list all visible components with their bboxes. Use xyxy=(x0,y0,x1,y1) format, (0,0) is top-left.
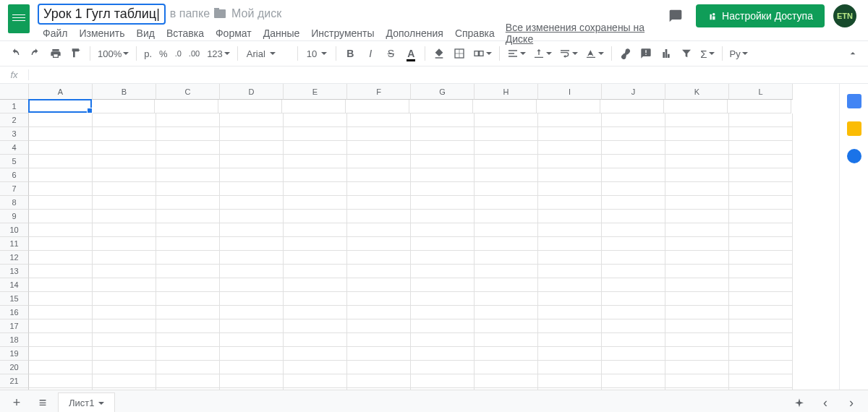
column-header[interactable]: A xyxy=(29,84,93,100)
cell[interactable] xyxy=(475,223,538,237)
cell[interactable] xyxy=(220,388,284,390)
cell[interactable] xyxy=(475,141,538,155)
cell[interactable] xyxy=(347,388,411,390)
cell[interactable] xyxy=(602,319,665,333)
row-header[interactable]: 18 xyxy=(0,333,29,347)
row-header[interactable]: 9 xyxy=(0,210,29,223)
cell[interactable] xyxy=(729,210,793,223)
cell[interactable] xyxy=(91,100,155,113)
column-header[interactable]: G xyxy=(411,84,475,100)
cell[interactable] xyxy=(602,361,665,374)
formula-input[interactable] xyxy=(29,69,868,80)
cell[interactable] xyxy=(729,196,793,210)
cell[interactable] xyxy=(29,237,93,251)
tasks-icon[interactable] xyxy=(847,149,861,163)
column-header[interactable]: J xyxy=(602,84,665,100)
cell[interactable] xyxy=(475,113,538,127)
cell[interactable] xyxy=(729,319,793,333)
cell[interactable] xyxy=(29,141,93,155)
cell[interactable] xyxy=(665,210,729,223)
row-header[interactable]: 10 xyxy=(0,223,29,237)
cell[interactable] xyxy=(475,168,538,182)
cell[interactable] xyxy=(538,388,602,390)
cell[interactable] xyxy=(29,347,93,361)
save-status-link[interactable]: Все изменения сохранены на Диске xyxy=(506,22,664,45)
menu-view[interactable]: Вид xyxy=(132,25,160,41)
cell[interactable] xyxy=(411,223,475,237)
column-header[interactable]: F xyxy=(347,84,411,100)
cell[interactable] xyxy=(729,237,793,251)
row-header[interactable]: 20 xyxy=(0,361,29,374)
cell[interactable] xyxy=(729,347,793,361)
cell[interactable] xyxy=(28,99,92,113)
cell[interactable] xyxy=(538,361,602,374)
cell[interactable] xyxy=(602,374,665,388)
cell[interactable] xyxy=(475,278,538,292)
cell[interactable] xyxy=(473,100,537,113)
row-header[interactable]: 7 xyxy=(0,182,29,196)
decrease-decimal-button[interactable]: .0 xyxy=(172,49,184,58)
cell[interactable] xyxy=(29,388,93,390)
sheets-logo[interactable] xyxy=(6,6,32,32)
cell[interactable] xyxy=(93,306,156,319)
explore-button[interactable] xyxy=(788,393,810,413)
cell[interactable] xyxy=(29,292,93,306)
cell[interactable] xyxy=(93,210,156,223)
cell[interactable] xyxy=(220,251,284,265)
cell[interactable] xyxy=(29,155,93,168)
cell[interactable] xyxy=(729,361,793,374)
increase-decimal-button[interactable]: .00 xyxy=(186,49,203,58)
cell[interactable] xyxy=(475,210,538,223)
cell[interactable] xyxy=(602,113,665,127)
cell[interactable] xyxy=(665,237,729,251)
cell[interactable] xyxy=(220,196,284,210)
cell[interactable] xyxy=(475,251,538,265)
menu-addons[interactable]: Дополнения xyxy=(381,25,448,41)
cell[interactable] xyxy=(538,319,602,333)
cell[interactable] xyxy=(411,265,475,278)
cell[interactable] xyxy=(220,292,284,306)
cell[interactable] xyxy=(411,361,475,374)
cell[interactable] xyxy=(475,347,538,361)
cell[interactable] xyxy=(93,182,156,196)
cell[interactable] xyxy=(220,306,284,319)
scroll-right-button[interactable]: › xyxy=(841,393,862,413)
cell[interactable] xyxy=(538,155,602,168)
text-color-button[interactable]: A xyxy=(401,44,420,63)
menu-insert[interactable]: Вставка xyxy=(161,25,209,41)
filter-button[interactable] xyxy=(677,44,696,63)
cell[interactable] xyxy=(29,113,93,127)
cell[interactable] xyxy=(602,210,665,223)
functions-button[interactable]: Σ xyxy=(697,48,717,60)
cell[interactable] xyxy=(93,196,156,210)
insert-link-button[interactable] xyxy=(616,44,635,63)
row-header[interactable]: 16 xyxy=(0,306,29,319)
cell[interactable] xyxy=(602,223,665,237)
cell[interactable] xyxy=(411,141,475,155)
cell[interactable] xyxy=(93,347,156,361)
cell[interactable] xyxy=(664,100,728,113)
cell[interactable] xyxy=(284,141,347,155)
insert-chart-button[interactable] xyxy=(657,44,676,63)
cell[interactable] xyxy=(665,278,729,292)
cell[interactable] xyxy=(538,265,602,278)
input-tools-button[interactable]: Ру xyxy=(727,48,751,59)
cell[interactable] xyxy=(729,278,793,292)
cell[interactable] xyxy=(729,127,793,141)
cell[interactable] xyxy=(220,210,284,223)
cell[interactable] xyxy=(538,196,602,210)
row-header[interactable]: 2 xyxy=(0,113,29,127)
cell[interactable] xyxy=(665,113,729,127)
cell[interactable] xyxy=(220,168,284,182)
cell[interactable] xyxy=(665,196,729,210)
cell[interactable] xyxy=(411,182,475,196)
cell[interactable] xyxy=(284,196,347,210)
number-format-dropdown[interactable]: 123 xyxy=(204,48,233,59)
menu-help[interactable]: Справка xyxy=(450,25,500,41)
cell[interactable] xyxy=(284,237,347,251)
cell[interactable] xyxy=(475,388,538,390)
cell[interactable] xyxy=(602,168,665,182)
cell[interactable] xyxy=(538,237,602,251)
cell[interactable] xyxy=(411,292,475,306)
cell[interactable] xyxy=(729,333,793,347)
